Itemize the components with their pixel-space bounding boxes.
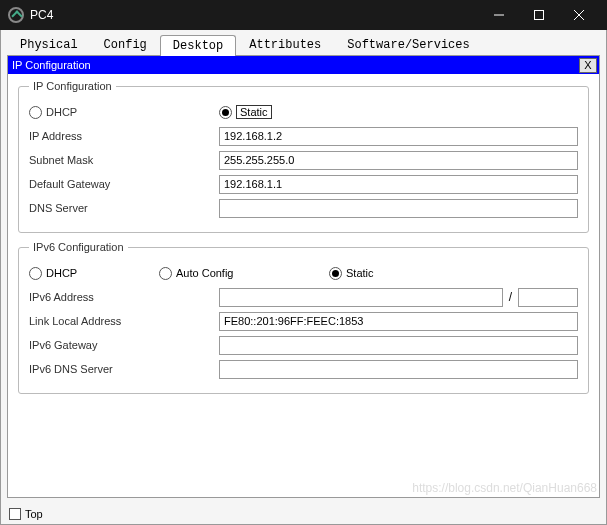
footer: Top xyxy=(1,504,606,524)
default-gateway-label: Default Gateway xyxy=(29,178,219,190)
window-body: Physical Config Desktop Attributes Softw… xyxy=(0,30,607,525)
link-local-address-label: Link Local Address xyxy=(29,315,219,327)
close-button[interactable] xyxy=(559,0,599,30)
window-controls xyxy=(479,0,599,30)
top-checkbox[interactable] xyxy=(9,508,21,520)
ip-address-input[interactable] xyxy=(219,127,578,146)
ipv6-gateway-label: IPv6 Gateway xyxy=(29,339,219,351)
window-title: PC4 xyxy=(30,8,479,22)
ipv6-address-label: IPv6 Address xyxy=(29,291,219,303)
ipv4-static-label: Static xyxy=(236,105,272,119)
subnet-mask-input[interactable] xyxy=(219,151,578,170)
svg-rect-1 xyxy=(535,11,544,20)
tab-desktop[interactable]: Desktop xyxy=(160,35,236,56)
module-title: IP Configuration xyxy=(12,59,579,71)
link-local-address-input[interactable] xyxy=(219,312,578,331)
minimize-button[interactable] xyxy=(479,0,519,30)
module-content: IP Configuration DHCP Static IP Address xyxy=(8,74,599,497)
top-label: Top xyxy=(25,508,43,520)
module-header: IP Configuration X xyxy=(8,56,599,74)
ipv6-gateway-input[interactable] xyxy=(219,336,578,355)
titlebar: PC4 xyxy=(0,0,607,30)
ipv6-configuration-legend: IPv6 Configuration xyxy=(29,241,128,253)
ipv6-dns-server-input[interactable] xyxy=(219,360,578,379)
ipv6-prefix-separator: / xyxy=(509,290,512,304)
dns-server-input[interactable] xyxy=(219,199,578,218)
ipv6-static-radio[interactable] xyxy=(329,267,342,280)
maximize-button[interactable] xyxy=(519,0,559,30)
ipv6-dhcp-label: DHCP xyxy=(46,267,77,279)
ipv6-static-label: Static xyxy=(346,267,374,279)
ipv6-dhcp-radio[interactable] xyxy=(29,267,42,280)
tab-physical[interactable]: Physical xyxy=(7,34,91,55)
ipv6-auto-config-radio[interactable] xyxy=(159,267,172,280)
ipv6-address-input[interactable] xyxy=(219,288,503,307)
ipv4-static-radio[interactable] xyxy=(219,106,232,119)
app-icon xyxy=(8,7,24,23)
desktop-panel: IP Configuration X IP Configuration DHCP… xyxy=(7,55,600,498)
ipv4-dhcp-radio[interactable] xyxy=(29,106,42,119)
ip-configuration-group: IP Configuration DHCP Static IP Address xyxy=(18,80,589,233)
subnet-mask-label: Subnet Mask xyxy=(29,154,219,166)
ip-address-label: IP Address xyxy=(29,130,219,142)
tab-config[interactable]: Config xyxy=(91,34,160,55)
dns-server-label: DNS Server xyxy=(29,202,219,214)
ipv6-auto-config-label: Auto Config xyxy=(176,267,233,279)
default-gateway-input[interactable] xyxy=(219,175,578,194)
ipv6-dns-server-label: IPv6 DNS Server xyxy=(29,363,219,375)
ipv6-configuration-group: IPv6 Configuration DHCP Auto Config Stat… xyxy=(18,241,589,394)
ipv6-prefix-input[interactable] xyxy=(518,288,578,307)
tab-attributes[interactable]: Attributes xyxy=(236,34,334,55)
ip-configuration-legend: IP Configuration xyxy=(29,80,116,92)
tab-bar: Physical Config Desktop Attributes Softw… xyxy=(1,30,606,55)
ipv4-dhcp-label: DHCP xyxy=(46,106,77,118)
tab-software-services[interactable]: Software/Services xyxy=(334,34,482,55)
module-close-button[interactable]: X xyxy=(579,58,597,73)
